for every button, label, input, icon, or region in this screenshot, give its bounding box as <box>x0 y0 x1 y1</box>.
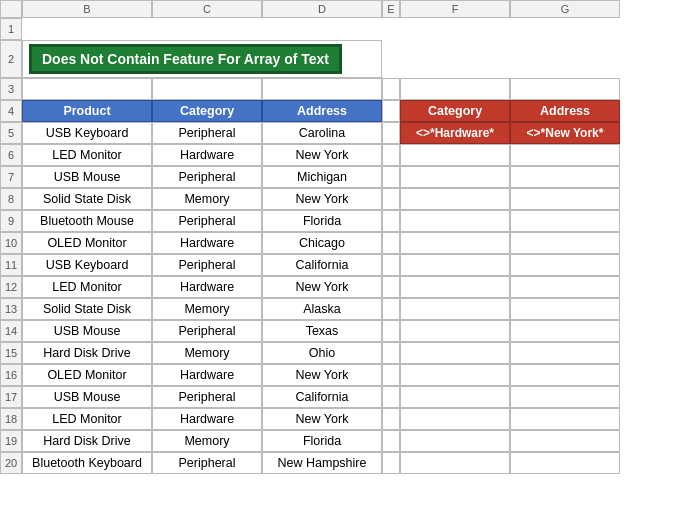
cell-f15 <box>400 342 510 364</box>
cell-e4 <box>382 100 400 122</box>
cell-b11: USB Keyboard <box>22 254 152 276</box>
cell-e12 <box>382 276 400 298</box>
cell-g10 <box>510 232 620 254</box>
cell-b17: USB Mouse <box>22 386 152 408</box>
cell-g11 <box>510 254 620 276</box>
cell-c8: Memory <box>152 188 262 210</box>
row-num-5: 5 <box>0 122 22 144</box>
row-num-4: 4 <box>0 100 22 122</box>
cell-c3 <box>152 78 262 100</box>
cell-d12: New York <box>262 276 382 298</box>
cell-b7: USB Mouse <box>22 166 152 188</box>
cell-c14: Peripheral <box>152 320 262 342</box>
cell-d16: New York <box>262 364 382 386</box>
row-num-18: 18 <box>0 408 22 430</box>
cell-f1 <box>400 18 510 40</box>
row-num-6: 6 <box>0 144 22 166</box>
cell-e6 <box>382 144 400 166</box>
cell-f8 <box>400 188 510 210</box>
cell-f16 <box>400 364 510 386</box>
col-header-g: G <box>510 0 620 18</box>
cell-f17 <box>400 386 510 408</box>
cell-e20 <box>382 452 400 474</box>
cell-b15: Hard Disk Drive <box>22 342 152 364</box>
row-num-16: 16 <box>0 364 22 386</box>
cell-b9: Bluetooth Mouse <box>22 210 152 232</box>
cell-d13: Alaska <box>262 298 382 320</box>
col-header-d: D <box>262 0 382 18</box>
cell-b5: USB Keyboard <box>22 122 152 144</box>
cell-e14 <box>382 320 400 342</box>
cell-d9: Florida <box>262 210 382 232</box>
cell-e5 <box>382 122 400 144</box>
cell-g12 <box>510 276 620 298</box>
spreadsheet: B C D E F G 1 2 Does Not Contain Feature… <box>0 0 686 512</box>
cell-b16: OLED Monitor <box>22 364 152 386</box>
cell-g14 <box>510 320 620 342</box>
row-num-11: 11 <box>0 254 22 276</box>
cell-d5: Carolina <box>262 122 382 144</box>
filter-val-address: <>*New York* <box>510 122 620 144</box>
col-header-b: B <box>22 0 152 18</box>
cell-b19: Hard Disk Drive <box>22 430 152 452</box>
cell-b13: Solid State Disk <box>22 298 152 320</box>
cell-g2 <box>510 40 620 78</box>
row-num-10: 10 <box>0 232 22 254</box>
cell-d20: New Hampshire <box>262 452 382 474</box>
sheet-grid: B C D E F G 1 2 Does Not Contain Feature… <box>0 0 686 474</box>
row-num-13: 13 <box>0 298 22 320</box>
cell-c19: Memory <box>152 430 262 452</box>
cell-g1 <box>510 18 620 40</box>
row-num-20: 20 <box>0 452 22 474</box>
cell-c10: Hardware <box>152 232 262 254</box>
cell-c13: Memory <box>152 298 262 320</box>
col-header-f: F <box>400 0 510 18</box>
cell-b12: LED Monitor <box>22 276 152 298</box>
filter-header-category: Category <box>400 100 510 122</box>
cell-b10: OLED Monitor <box>22 232 152 254</box>
cell-g19 <box>510 430 620 452</box>
row-num-9: 9 <box>0 210 22 232</box>
cell-f7 <box>400 166 510 188</box>
row-num-12: 12 <box>0 276 22 298</box>
cell-g17 <box>510 386 620 408</box>
header-category: Category <box>152 100 262 122</box>
cell-d15: Ohio <box>262 342 382 364</box>
cell-e11 <box>382 254 400 276</box>
cell-f9 <box>400 210 510 232</box>
cell-b14: USB Mouse <box>22 320 152 342</box>
cell-g20 <box>510 452 620 474</box>
cell-c18: Hardware <box>152 408 262 430</box>
title-cell: Does Not Contain Feature For Array of Te… <box>22 40 382 78</box>
cell-g9 <box>510 210 620 232</box>
cell-b18: LED Monitor <box>22 408 152 430</box>
row-num-15: 15 <box>0 342 22 364</box>
cell-f10 <box>400 232 510 254</box>
cell-e17 <box>382 386 400 408</box>
cell-g15 <box>510 342 620 364</box>
cell-f20 <box>400 452 510 474</box>
cell-b6: LED Monitor <box>22 144 152 166</box>
header-product: Product <box>22 100 152 122</box>
cell-d8: New York <box>262 188 382 210</box>
cell-c20: Peripheral <box>152 452 262 474</box>
filter-val-category: <>*Hardware* <box>400 122 510 144</box>
row-num-1: 1 <box>0 18 22 40</box>
cell-c6: Hardware <box>152 144 262 166</box>
cell-g8 <box>510 188 620 210</box>
header-address: Address <box>262 100 382 122</box>
col-header-blank <box>0 0 22 18</box>
cell-d3 <box>262 78 382 100</box>
row-num-3: 3 <box>0 78 22 100</box>
cell-d17: California <box>262 386 382 408</box>
cell-d11: California <box>262 254 382 276</box>
cell-f14 <box>400 320 510 342</box>
cell-d19: Florida <box>262 430 382 452</box>
cell-c11: Peripheral <box>152 254 262 276</box>
cell-d18: New York <box>262 408 382 430</box>
cell-f3 <box>400 78 510 100</box>
cell-e10 <box>382 232 400 254</box>
cell-c9: Peripheral <box>152 210 262 232</box>
cell-b8: Solid State Disk <box>22 188 152 210</box>
col-header-e: E <box>382 0 400 18</box>
